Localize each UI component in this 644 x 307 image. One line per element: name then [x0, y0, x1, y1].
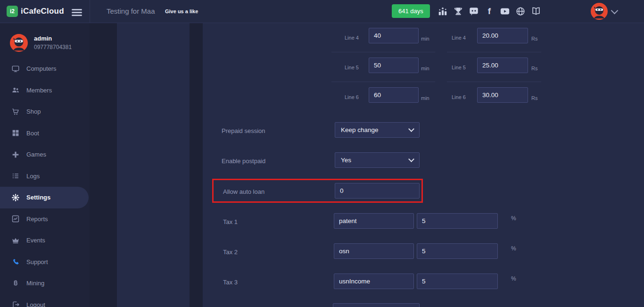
sidebar-item-boot[interactable]: Boot [0, 123, 90, 144]
sidebar-item-label: Settings [26, 194, 50, 201]
user-phone: 097778704381 [34, 44, 72, 50]
sidebar-item-events[interactable]: Events [0, 230, 90, 251]
sidebar-item-label: Shop [26, 108, 41, 115]
sidebar-item-label: Logs [26, 173, 40, 180]
phone-icon [11, 257, 20, 266]
rs-suffix: Rs [531, 36, 537, 41]
gear-icon [11, 193, 20, 202]
settings-subpanel [117, 23, 190, 307]
content-gutter-left [90, 23, 117, 307]
enable-postpaid-select[interactable]: Yes [335, 152, 420, 168]
members-icon [11, 86, 20, 94]
content-gutter-right [190, 23, 203, 307]
row-divider [331, 82, 435, 82]
sidebar-nav: Computers Members Shop [0, 58, 90, 307]
line4-minutes-input[interactable] [369, 28, 419, 43]
cart-icon [11, 108, 20, 116]
percent-suffix: % [511, 215, 516, 222]
monitor-icon [11, 65, 20, 73]
globe-icon[interactable] [515, 6, 526, 17]
tax3-rate-input[interactable] [417, 274, 498, 289]
brand-name: iCafeCloud [21, 0, 64, 23]
sidebar-item-logout[interactable]: Logout [0, 294, 90, 307]
logout-icon [11, 300, 20, 307]
tax2-rate-input[interactable] [417, 243, 498, 259]
prepaid-session-select[interactable]: Keep change [335, 122, 420, 138]
chevron-down-icon [408, 126, 414, 132]
days-remaining-badge[interactable]: 641 days [392, 4, 430, 18]
tax4-name-input[interactable] [333, 303, 420, 307]
youtube-icon[interactable] [500, 6, 510, 17]
sidebar-item-label: Support [26, 258, 48, 266]
row-divider [447, 82, 541, 82]
app-logo-icon[interactable]: i2 [7, 6, 18, 17]
select-value: Keep change [341, 126, 379, 133]
windows-icon [11, 129, 20, 137]
guide-book-icon[interactable] [531, 6, 541, 17]
user-avatar[interactable] [591, 3, 608, 20]
sidebar-item-members[interactable]: Members [0, 80, 90, 101]
row-divider [447, 52, 541, 52]
cafe-title: Testing for Maa [107, 0, 155, 23]
sidebar-item-label: Mining [26, 280, 44, 287]
rs-suffix: Rs [531, 66, 537, 71]
give-us-a-like-link[interactable]: Give us a like [165, 0, 198, 23]
line6-price-input[interactable] [477, 87, 528, 103]
tax2-label: Tax 2 [223, 249, 238, 256]
line4-min-label: Line 4 [345, 35, 359, 41]
tax1-name-input[interactable] [334, 213, 414, 229]
ranking-icon[interactable] [438, 6, 448, 17]
sidebar-item-label: Events [26, 237, 45, 244]
sidebar-item-support[interactable]: Support [0, 251, 90, 273]
min-suffix: min [421, 95, 429, 101]
sidebar-item-settings[interactable]: Settings [0, 187, 89, 208]
menu-toggle-icon[interactable] [72, 9, 82, 17]
line6-price-label: Line 6 [452, 94, 466, 100]
chevron-down-icon [408, 156, 414, 162]
top-header: i2 iCafeCloud Testing for Maa Give us a … [0, 0, 644, 23]
sidebar-item-label: Boot [26, 130, 39, 137]
tax2-name-input[interactable] [334, 243, 414, 259]
sidebar-item-mining[interactable]: Mining [0, 273, 90, 294]
trophy-icon[interactable] [453, 6, 463, 17]
gamepad-icon [11, 150, 20, 159]
sidebar-item-label: Logout [26, 301, 45, 307]
crown-icon [11, 236, 20, 245]
sidebar: admin 097778704381 Computers Members [0, 23, 90, 307]
bitcoin-icon [11, 279, 20, 288]
tax1-rate-input[interactable] [417, 213, 498, 229]
percent-suffix: % [511, 275, 516, 282]
line4-price-input[interactable] [477, 28, 528, 43]
sidebar-item-computers[interactable]: Computers [0, 58, 90, 80]
sidebar-item-label: Members [26, 87, 52, 94]
rs-suffix: Rs [531, 95, 537, 101]
sidebar-item-games[interactable]: Games [0, 144, 90, 166]
tax3-name-input[interactable] [334, 274, 414, 289]
chevron-down-icon[interactable] [611, 7, 619, 15]
user-name: admin [34, 35, 52, 42]
line5-minutes-input[interactable] [369, 58, 419, 73]
line6-min-label: Line 6 [345, 94, 359, 100]
logo-glyph: i2 [10, 8, 15, 15]
line5-price-input[interactable] [477, 58, 528, 73]
line5-price-label: Line 5 [452, 65, 466, 70]
sidebar-item-label: Reports [26, 216, 48, 223]
tax3-label: Tax 3 [223, 279, 238, 286]
sidebar-item-shop[interactable]: Shop [0, 101, 90, 123]
percent-suffix: % [511, 245, 516, 252]
sidebar-item-reports[interactable]: Reports [0, 208, 90, 230]
sidebar-avatar[interactable] [10, 34, 28, 52]
line6-minutes-input[interactable] [369, 87, 419, 103]
row-divider [331, 52, 435, 52]
list-icon [11, 172, 20, 180]
sidebar-item-label: Games [26, 151, 46, 158]
discord-icon[interactable] [469, 6, 479, 17]
app-root: i2 iCafeCloud Testing for Maa Give us a … [0, 0, 644, 307]
highlight-rectangle [212, 179, 423, 203]
tax1-label: Tax 1 [223, 218, 238, 225]
header-divider [90, 0, 90, 23]
sidebar-item-logs[interactable]: Logs [0, 166, 90, 187]
facebook-icon[interactable]: f [484, 6, 495, 17]
sidebar-item-label: Computers [26, 65, 57, 72]
min-suffix: min [421, 66, 429, 71]
